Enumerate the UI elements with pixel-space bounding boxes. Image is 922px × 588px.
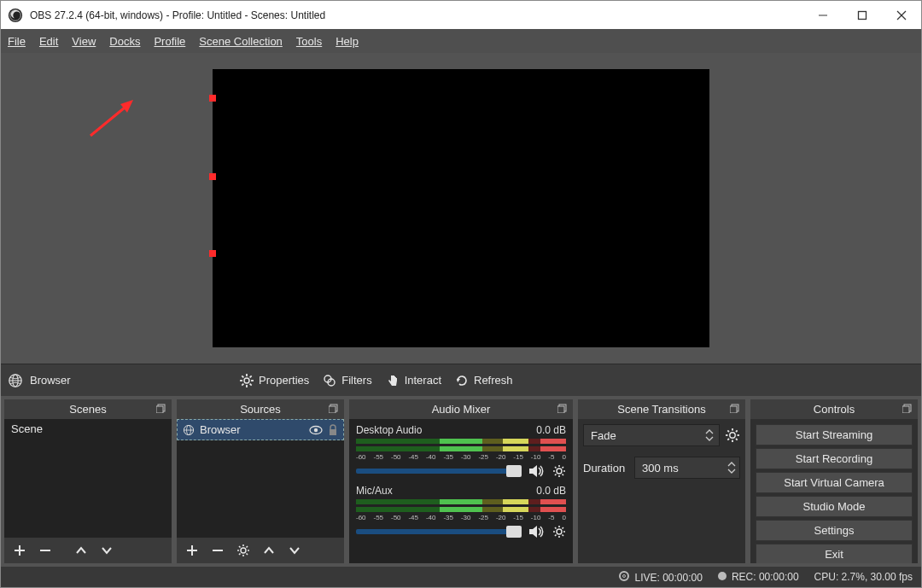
scene-down-button[interactable]	[96, 540, 117, 561]
svg-marker-22	[457, 379, 460, 382]
gear-icon[interactable]	[552, 525, 566, 539]
remove-scene-button[interactable]	[35, 540, 55, 561]
scene-up-button[interactable]	[71, 540, 91, 561]
filters-button[interactable]: Filters	[323, 374, 371, 387]
menu-edit[interactable]: Edit	[39, 35, 58, 48]
meter-ticks: -60-55-50-45-40-35-30-25-20-15-10-50	[356, 453, 566, 461]
svg-line-80	[736, 430, 738, 432]
source-item[interactable]: Browser	[177, 419, 344, 440]
add-scene-button[interactable]	[9, 540, 30, 561]
resize-handle-icon[interactable]	[209, 173, 216, 180]
svg-rect-24	[156, 406, 163, 413]
source-down-button[interactable]	[284, 540, 305, 561]
svg-point-72	[730, 433, 735, 438]
gear-icon[interactable]	[725, 428, 740, 443]
svg-line-6	[90, 104, 129, 136]
scenes-header[interactable]: Scenes	[4, 399, 172, 419]
svg-line-19	[250, 376, 252, 377]
popout-icon[interactable]	[329, 403, 339, 413]
speaker-icon[interactable]	[528, 464, 546, 478]
volume-slider[interactable]	[356, 469, 522, 474]
menu-scene-collection[interactable]: Scene Collection	[199, 35, 283, 48]
start-recording-button[interactable]: Start Recording	[756, 448, 913, 469]
mixer-header[interactable]: Audio Mixer	[349, 399, 573, 419]
source-up-button[interactable]	[259, 540, 279, 561]
studio-mode-button[interactable]: Studio Mode	[756, 496, 913, 517]
duration-input[interactable]: 300 ms	[634, 457, 740, 479]
sources-header[interactable]: Sources	[177, 399, 344, 419]
live-indicator-icon	[619, 571, 629, 581]
controls-header[interactable]: Controls	[750, 399, 918, 419]
meter-ticks: -60-55-50-45-40-35-30-25-20-15-10-50	[356, 514, 566, 521]
source-properties-button[interactable]	[233, 540, 254, 561]
refresh-icon	[455, 374, 469, 387]
gear-icon[interactable]	[552, 464, 566, 478]
popout-icon[interactable]	[730, 403, 740, 413]
add-source-button[interactable]	[182, 540, 202, 561]
preview-area[interactable]	[1, 53, 921, 364]
preview-canvas[interactable]	[213, 69, 709, 347]
svg-rect-29	[329, 406, 336, 413]
menu-view[interactable]: View	[72, 35, 96, 48]
window-title: OBS 27.2.4 (64-bit, windows) - Profile: …	[30, 9, 803, 21]
transitions-header[interactable]: Scene Transitions	[578, 399, 745, 419]
obs-logo-icon	[8, 8, 23, 23]
updown-spinner-icon[interactable]	[727, 462, 736, 474]
svg-line-57	[563, 474, 564, 476]
hand-pointer-icon	[386, 374, 400, 387]
volume-slider[interactable]	[356, 529, 522, 534]
svg-line-47	[247, 546, 248, 548]
docks-row: Scenes Scene Sources	[1, 396, 921, 567]
popout-icon[interactable]	[156, 403, 166, 413]
titlebar[interactable]: OBS 27.2.4 (64-bit, windows) - Profile: …	[1, 1, 921, 29]
maximize-button[interactable]	[843, 1, 882, 29]
mixer-channel-desktop: Desktop Audio0.0 dB -60-55-50-45-40-35-3…	[349, 421, 573, 481]
popout-icon[interactable]	[557, 403, 568, 413]
menu-tools[interactable]: Tools	[296, 35, 322, 48]
menu-docks[interactable]: Docks	[109, 35, 140, 48]
menu-file[interactable]: File	[8, 35, 26, 48]
sources-dock: Sources Browser	[177, 399, 344, 563]
remove-source-button[interactable]	[207, 540, 228, 561]
rec-indicator-icon	[718, 572, 727, 580]
svg-line-18	[242, 383, 243, 385]
menu-profile[interactable]: Profile	[154, 35, 185, 48]
scene-item[interactable]: Scene	[4, 419, 172, 439]
popout-icon[interactable]	[902, 403, 913, 413]
settings-button[interactable]: Settings	[756, 520, 913, 541]
svg-marker-60	[529, 526, 537, 538]
minimize-button[interactable]	[803, 1, 843, 29]
close-button[interactable]	[882, 1, 921, 29]
audio-mixer-dock: Audio Mixer Desktop Audio0.0 dB -60-55-5…	[349, 399, 573, 563]
menu-help[interactable]: Help	[336, 35, 359, 48]
refresh-button[interactable]: Refresh	[455, 374, 513, 387]
exit-button[interactable]: Exit	[756, 544, 913, 563]
svg-line-56	[555, 467, 557, 469]
updown-spinner-icon[interactable]	[705, 429, 714, 441]
svg-rect-3	[859, 11, 867, 19]
live-status: LIVE: 00:00:00	[619, 571, 702, 584]
duration-label: Duration	[583, 462, 629, 474]
filters-icon	[323, 374, 336, 387]
lock-icon[interactable]	[328, 424, 338, 436]
globe-icon	[8, 373, 23, 388]
resize-handle-icon[interactable]	[209, 95, 216, 102]
audio-meter	[356, 439, 566, 444]
svg-line-45	[247, 554, 248, 556]
svg-point-34	[314, 428, 318, 431]
start-streaming-button[interactable]: Start Streaming	[756, 424, 913, 445]
selected-source-name: Browser	[30, 374, 71, 387]
eye-icon[interactable]	[309, 425, 323, 435]
speaker-icon[interactable]	[528, 525, 546, 539]
properties-button[interactable]: Properties	[240, 374, 309, 387]
resize-handle-icon[interactable]	[209, 250, 216, 257]
controls-dock: Controls Start Streaming Start Recording…	[750, 399, 918, 563]
audio-meter	[356, 499, 566, 504]
slider-thumb[interactable]	[506, 526, 522, 538]
start-virtual-camera-button[interactable]: Start Virtual Camera	[756, 472, 913, 493]
svg-line-44	[239, 546, 241, 548]
transition-select[interactable]: Fade	[583, 424, 720, 446]
slider-thumb[interactable]	[506, 465, 522, 477]
selected-source-label: Browser	[8, 373, 178, 388]
interact-button[interactable]: Interact	[386, 374, 441, 387]
